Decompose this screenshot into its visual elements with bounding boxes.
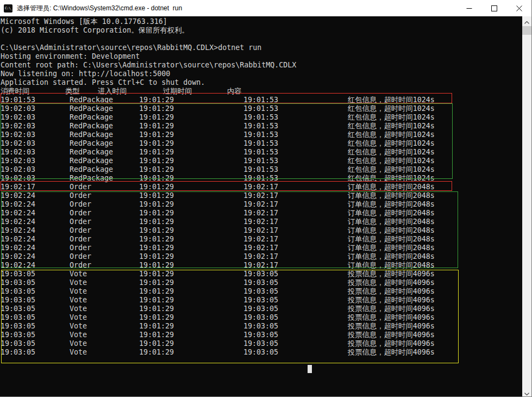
table-cell: 19:01:29 [139,139,174,148]
vertical-scrollbar[interactable] [522,16,531,397]
table-cell: 19:02:03 [1,139,35,148]
table-cell: 19:03:05 [243,278,278,287]
table-cell: 19:01:53 [243,96,278,104]
table-row: 19:02:24Order19:01:2919:02:17订单信息，超时时间20… [0,244,522,252]
table-cell: 19:03:05 [1,305,35,313]
table-cell: 19:02:03 [1,122,35,131]
table-cell: 红包信息，超时时间1024s [348,157,435,165]
table-cell: 投票信息，超时时间4096s [348,313,435,322]
table-cell: Vote [70,348,87,357]
table-cell: 19:02:17 [243,218,278,226]
table-row: 19:02:03RedPackage19:01:2919:01:53红包信息，超… [0,174,522,183]
table-cell: RedPackage [70,165,113,174]
table-row: 19:02:24Order19:01:2919:02:17订单信息，超时时间20… [0,261,522,270]
scroll-down-button[interactable] [522,388,531,397]
table-cell: Vote [70,287,87,296]
table-cell: 红包信息，超时时间1024s [348,122,435,131]
table-cell: 19:03:05 [243,270,278,278]
table-cell: 投票信息，超时时间4096s [348,287,435,296]
table-cell: 19:02:03 [1,157,35,165]
table-cell: 19:02:24 [1,209,35,218]
text-cursor [308,365,312,373]
table-cell: 19:02:17 [243,235,278,244]
table-cell: 投票信息，超时时间4096s [348,278,435,287]
table-cell: 19:01:29 [139,270,174,278]
boot-lines: Microsoft Windows [版本 10.0.17763.316](c)… [1,17,296,87]
table-cell: Vote [70,270,87,278]
table-cell: 19:03:05 [1,313,35,322]
console-line [1,35,296,44]
table-cell: 19:03:05 [1,296,35,305]
table-cell: 19:02:24 [1,218,35,226]
table-cell: 订单信息，超时时间2048s [348,244,435,252]
table-cell: 红包信息，超时时间1024s [348,113,435,122]
table-cell: Order [70,235,91,244]
table-cell: Order [70,209,91,218]
table-row: 19:02:24Order19:01:2919:02:17订单信息，超时时间20… [0,200,522,209]
table-cell: 投票信息，超时时间4096s [348,348,435,357]
table-cell: 订单信息，超时时间2048s [348,261,435,270]
minimize-icon [466,5,472,11]
table-row: 19:03:05Vote19:01:2919:03:05投票信息，超时时间409… [0,278,522,287]
table-cell: 19:03:05 [243,322,278,331]
table-cell: 19:02:17 [243,191,278,200]
table-cell: 19:01:29 [139,296,174,305]
table-cell: 19:01:29 [139,183,174,191]
table-cell: 19:01:29 [139,305,174,313]
table-cell: 19:01:29 [139,104,174,113]
table-cell: 19:01:29 [139,235,174,244]
table-row: 19:02:24Order19:01:2919:02:17订单信息，超时时间20… [0,209,522,218]
table-row: 19:03:05Vote19:01:2919:03:05投票信息，超时时间409… [0,348,522,357]
table-cell: 订单信息，超时时间2048s [348,191,435,200]
table-cell: 19:03:05 [243,305,278,313]
table-cell: Order [70,191,91,200]
close-button[interactable] [506,0,531,16]
header-enter-time: 进入时间 [98,87,127,96]
table-cell: 红包信息，超时时间1024s [348,174,435,183]
table-cell: 订单信息，超时时间2048s [348,226,435,235]
table-cell: 19:02:24 [1,235,35,244]
table-cell: 19:03:05 [1,287,35,296]
table-cell: 19:02:17 [1,183,35,191]
table-row: 19:02:03RedPackage19:01:2919:01:53红包信息，超… [0,131,522,139]
scroll-up-button[interactable] [522,16,531,26]
table-cell: Vote [70,305,87,313]
table-cell: 19:01:29 [139,174,174,183]
table-cell: 19:01:53 [243,139,278,148]
table-cell: 19:01:53 [243,113,278,122]
table-cell: 19:01:53 [243,165,278,174]
table-cell: 19:01:29 [139,322,174,331]
table-cell: 19:01:53 [243,148,278,157]
table-cell: 投票信息，超时时间4096s [348,270,435,278]
table-cell: RedPackage [70,104,113,113]
table-cell: 19:02:03 [1,131,35,139]
table-cell: 19:03:05 [1,278,35,287]
table-row: 19:02:24Order19:01:2919:02:17订单信息，超时时间20… [0,218,522,226]
table-cell: 19:02:17 [243,244,278,252]
table-row: 19:02:24Order19:01:2919:02:17订单信息，超时时间20… [0,226,522,235]
console-line: (c) 2018 Microsoft Corporation。保留所有权利。 [1,26,296,35]
console-line: Application started. Press Ctrl+C to shu… [1,78,296,87]
table-cell: 19:01:29 [139,157,174,165]
maximize-button[interactable] [481,0,506,16]
table-cell: RedPackage [70,122,113,131]
table-cell: 19:01:29 [139,261,174,270]
table-cell: 订单信息，超时时间2048s [348,209,435,218]
minimize-button[interactable] [456,0,481,16]
maximize-icon [491,5,497,11]
title-bar[interactable]: C:\_ 选择管理员: C:\Windows\System32\cmd.exe … [0,0,531,16]
table-cell: RedPackage [70,96,113,104]
table-cell: Vote [70,339,87,348]
table-cell: 19:01:29 [139,122,174,131]
table-cell: 19:02:24 [1,191,35,200]
table-cell: Order [70,200,91,209]
table-cell: 19:01:29 [139,313,174,322]
scrollbar-thumb[interactable] [522,26,531,35]
table-cell: 19:02:03 [1,104,35,113]
table-cell: 19:01:29 [139,209,174,218]
table-cell: 19:01:29 [139,191,174,200]
table-cell: 19:01:29 [139,131,174,139]
table-cell: 19:01:29 [139,339,174,348]
table-cell: 19:03:05 [243,348,278,357]
table-cell: 19:01:29 [139,348,174,357]
